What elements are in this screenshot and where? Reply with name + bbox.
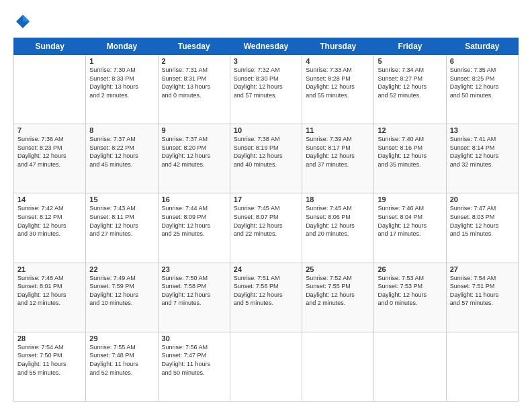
day-info: Sunrise: 7:55 AM Sunset: 7:48 PM Dayligh…	[89, 343, 154, 377]
calendar-header-sunday: Sunday	[14, 38, 86, 55]
day-info: Sunrise: 7:48 AM Sunset: 8:01 PM Dayligh…	[17, 274, 82, 308]
calendar-cell: 8Sunrise: 7:37 AM Sunset: 8:22 PM Daylig…	[86, 124, 158, 193]
day-number: 23	[162, 265, 226, 273]
day-info: Sunrise: 7:37 AM Sunset: 8:20 PM Dayligh…	[162, 135, 226, 169]
calendar-cell: 7Sunrise: 7:36 AM Sunset: 8:23 PM Daylig…	[14, 124, 86, 193]
calendar-cell: 20Sunrise: 7:47 AM Sunset: 8:03 PM Dayli…	[446, 193, 518, 263]
calendar-cell: 21Sunrise: 7:48 AM Sunset: 8:01 PM Dayli…	[14, 263, 86, 332]
day-number: 6	[450, 57, 515, 65]
day-info: Sunrise: 7:45 AM Sunset: 8:06 PM Dayligh…	[306, 204, 370, 238]
calendar-cell: 13Sunrise: 7:41 AM Sunset: 8:14 PM Dayli…	[446, 124, 518, 193]
day-number: 15	[89, 195, 154, 203]
calendar-week-row: 28Sunrise: 7:54 AM Sunset: 7:50 PM Dayli…	[14, 332, 519, 401]
day-info: Sunrise: 7:52 AM Sunset: 7:55 PM Dayligh…	[306, 274, 370, 308]
day-number: 26	[378, 265, 442, 273]
day-number: 17	[234, 195, 298, 203]
day-number: 14	[17, 195, 82, 203]
day-info: Sunrise: 7:51 AM Sunset: 7:56 PM Dayligh…	[234, 274, 298, 308]
day-number: 4	[306, 57, 370, 65]
logo-icon	[13, 12, 32, 31]
calendar-header-row: SundayMondayTuesdayWednesdayThursdayFrid…	[14, 38, 519, 55]
page: SundayMondayTuesdayWednesdayThursdayFrid…	[0, 0, 532, 411]
calendar-cell: 26Sunrise: 7:53 AM Sunset: 7:53 PM Dayli…	[374, 263, 446, 332]
day-info: Sunrise: 7:34 AM Sunset: 8:27 PM Dayligh…	[378, 66, 442, 99]
calendar-cell: 9Sunrise: 7:37 AM Sunset: 8:20 PM Daylig…	[158, 124, 230, 193]
day-number: 8	[89, 126, 154, 134]
calendar-cell: 19Sunrise: 7:46 AM Sunset: 8:04 PM Dayli…	[374, 193, 446, 263]
day-number: 21	[17, 265, 82, 273]
calendar-cell: 25Sunrise: 7:52 AM Sunset: 7:55 PM Dayli…	[302, 263, 374, 332]
calendar-cell: 6Sunrise: 7:35 AM Sunset: 8:25 PM Daylig…	[446, 55, 518, 124]
day-info: Sunrise: 7:36 AM Sunset: 8:23 PM Dayligh…	[17, 135, 82, 169]
calendar-header-tuesday: Tuesday	[158, 38, 230, 55]
day-info: Sunrise: 7:38 AM Sunset: 8:19 PM Dayligh…	[234, 135, 298, 169]
calendar-week-row: 14Sunrise: 7:42 AM Sunset: 8:12 PM Dayli…	[14, 193, 519, 263]
day-info: Sunrise: 7:43 AM Sunset: 8:11 PM Dayligh…	[89, 204, 154, 238]
calendar-week-row: 1Sunrise: 7:30 AM Sunset: 8:33 PM Daylig…	[14, 55, 519, 124]
day-info: Sunrise: 7:42 AM Sunset: 8:12 PM Dayligh…	[17, 204, 82, 238]
calendar-cell: 10Sunrise: 7:38 AM Sunset: 8:19 PM Dayli…	[230, 124, 302, 193]
calendar-header-saturday: Saturday	[446, 38, 518, 55]
day-info: Sunrise: 7:53 AM Sunset: 7:53 PM Dayligh…	[378, 274, 442, 308]
day-number: 2	[162, 57, 226, 65]
day-info: Sunrise: 7:32 AM Sunset: 8:30 PM Dayligh…	[234, 66, 298, 99]
day-number: 7	[17, 126, 82, 134]
calendar-cell: 2Sunrise: 7:31 AM Sunset: 8:31 PM Daylig…	[158, 55, 230, 124]
day-number: 30	[162, 334, 226, 342]
day-info: Sunrise: 7:50 AM Sunset: 7:58 PM Dayligh…	[162, 274, 226, 308]
calendar-cell: 30Sunrise: 7:56 AM Sunset: 7:47 PM Dayli…	[158, 332, 230, 401]
day-info: Sunrise: 7:31 AM Sunset: 8:31 PM Dayligh…	[162, 66, 226, 99]
calendar-cell	[374, 332, 446, 401]
calendar-cell: 3Sunrise: 7:32 AM Sunset: 8:30 PM Daylig…	[230, 55, 302, 124]
calendar-cell: 17Sunrise: 7:45 AM Sunset: 8:07 PM Dayli…	[230, 193, 302, 263]
calendar-cell: 16Sunrise: 7:44 AM Sunset: 8:09 PM Dayli…	[158, 193, 230, 263]
calendar-cell: 18Sunrise: 7:45 AM Sunset: 8:06 PM Dayli…	[302, 193, 374, 263]
calendar-cell: 4Sunrise: 7:33 AM Sunset: 8:28 PM Daylig…	[302, 55, 374, 124]
calendar-cell: 11Sunrise: 7:39 AM Sunset: 8:17 PM Dayli…	[302, 124, 374, 193]
calendar-table: SundayMondayTuesdayWednesdayThursdayFrid…	[13, 38, 519, 402]
day-info: Sunrise: 7:37 AM Sunset: 8:22 PM Dayligh…	[89, 135, 154, 169]
day-info: Sunrise: 7:39 AM Sunset: 8:17 PM Dayligh…	[306, 135, 370, 169]
day-info: Sunrise: 7:54 AM Sunset: 7:51 PM Dayligh…	[450, 274, 515, 308]
svg-marker-1	[23, 15, 30, 21]
calendar-cell	[446, 332, 518, 401]
day-number: 12	[378, 126, 442, 134]
day-info: Sunrise: 7:47 AM Sunset: 8:03 PM Dayligh…	[450, 204, 515, 238]
calendar-cell: 24Sunrise: 7:51 AM Sunset: 7:56 PM Dayli…	[230, 263, 302, 332]
day-number: 11	[306, 126, 370, 134]
day-number: 10	[234, 126, 298, 134]
day-info: Sunrise: 7:54 AM Sunset: 7:50 PM Dayligh…	[17, 343, 82, 377]
header	[13, 12, 519, 31]
calendar-cell: 29Sunrise: 7:55 AM Sunset: 7:48 PM Dayli…	[86, 332, 158, 401]
day-number: 9	[162, 126, 226, 134]
day-info: Sunrise: 7:30 AM Sunset: 8:33 PM Dayligh…	[89, 66, 154, 99]
calendar-cell: 5Sunrise: 7:34 AM Sunset: 8:27 PM Daylig…	[374, 55, 446, 124]
calendar-cell	[302, 332, 374, 401]
calendar-header-friday: Friday	[374, 38, 446, 55]
calendar-cell	[14, 55, 86, 124]
day-info: Sunrise: 7:56 AM Sunset: 7:47 PM Dayligh…	[162, 343, 226, 377]
logo	[13, 12, 35, 31]
calendar-cell	[230, 332, 302, 401]
calendar-cell: 27Sunrise: 7:54 AM Sunset: 7:51 PM Dayli…	[446, 263, 518, 332]
day-number: 28	[17, 334, 82, 342]
day-number: 5	[378, 57, 442, 65]
calendar-header-wednesday: Wednesday	[230, 38, 302, 55]
day-number: 20	[450, 195, 515, 203]
calendar-week-row: 21Sunrise: 7:48 AM Sunset: 8:01 PM Dayli…	[14, 263, 519, 332]
day-number: 13	[450, 126, 515, 134]
calendar-cell: 23Sunrise: 7:50 AM Sunset: 7:58 PM Dayli…	[158, 263, 230, 332]
calendar-header-monday: Monday	[86, 38, 158, 55]
day-info: Sunrise: 7:44 AM Sunset: 8:09 PM Dayligh…	[162, 204, 226, 238]
day-number: 27	[450, 265, 515, 273]
day-info: Sunrise: 7:41 AM Sunset: 8:14 PM Dayligh…	[450, 135, 515, 169]
day-info: Sunrise: 7:45 AM Sunset: 8:07 PM Dayligh…	[234, 204, 298, 238]
day-info: Sunrise: 7:40 AM Sunset: 8:16 PM Dayligh…	[378, 135, 442, 169]
calendar-cell: 22Sunrise: 7:49 AM Sunset: 7:59 PM Dayli…	[86, 263, 158, 332]
calendar-cell: 14Sunrise: 7:42 AM Sunset: 8:12 PM Dayli…	[14, 193, 86, 263]
day-number: 19	[378, 195, 442, 203]
day-info: Sunrise: 7:35 AM Sunset: 8:25 PM Dayligh…	[450, 66, 515, 99]
day-info: Sunrise: 7:33 AM Sunset: 8:28 PM Dayligh…	[306, 66, 370, 99]
day-number: 3	[234, 57, 298, 65]
day-number: 18	[306, 195, 370, 203]
